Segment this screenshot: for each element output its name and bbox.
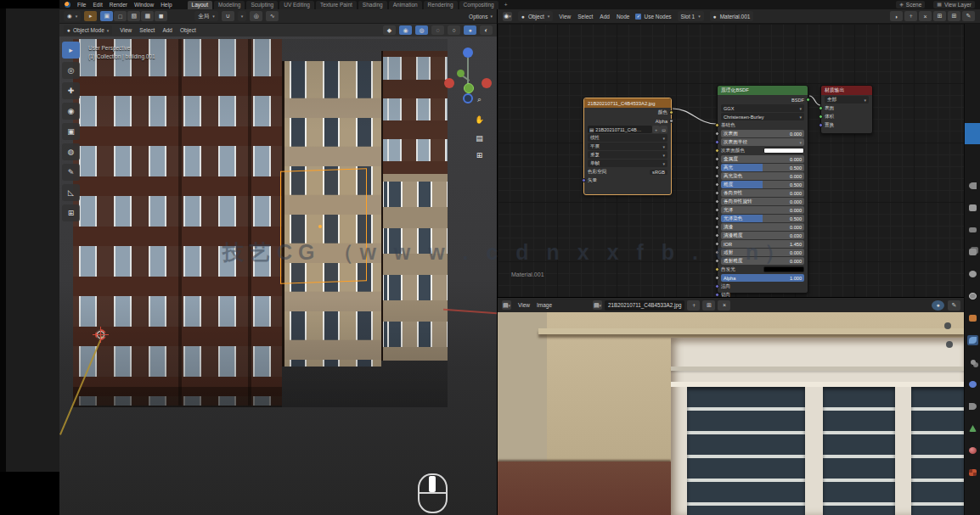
gizmo-y-minus[interactable]: [464, 83, 474, 93]
volume-input-socket[interactable]: [819, 115, 823, 119]
tab-object[interactable]: [967, 313, 978, 323]
mode-button-3[interactable]: ▧: [127, 11, 140, 21]
image-name-field[interactable]: ▤21B20210711_C4B…: [588, 126, 652, 133]
shader-type-dropdown[interactable]: ●Object▾: [518, 11, 553, 21]
grid-view-button[interactable]: ⊞: [933, 11, 946, 21]
gizmo-y-plus[interactable]: [457, 70, 465, 77]
viewport-menu-view[interactable]: View: [120, 27, 132, 33]
tab-object-data[interactable]: [967, 423, 978, 434]
shading-wireframe-button[interactable]: ◌: [431, 25, 444, 35]
active-tool-button[interactable]: ▸: [84, 11, 97, 21]
editor-type-button[interactable]: ◉▾: [64, 11, 81, 21]
bsdf-row-alpha[interactable]: Alpha1.000: [721, 274, 804, 282]
xray-toggle-button[interactable]: ◍: [415, 25, 428, 35]
image-open-button[interactable]: ▭: [660, 126, 667, 133]
browse-image-icon[interactable]: ▤▾: [593, 300, 602, 310]
tool-add-cube[interactable]: ⊞: [62, 204, 80, 221]
tool-scale[interactable]: ▣: [62, 123, 80, 140]
mode-button-1[interactable]: ▣: [100, 11, 113, 21]
bsdf-row-base-color[interactable]: 基础色: [721, 121, 804, 129]
tab-physics[interactable]: [967, 379, 978, 389]
image-new-button[interactable]: ＋: [652, 126, 660, 133]
bsdf-node-header[interactable]: 原理化BSDF: [718, 86, 808, 95]
tab-world[interactable]: [967, 291, 978, 301]
mode-dropdown[interactable]: ●Object Mode▾: [64, 25, 112, 35]
viewport-menu-object[interactable]: Object: [180, 27, 196, 33]
image-texture-node[interactable]: 21B20210711_C4B4533A2.jpg 颜色 Alpha ▤21B2…: [583, 98, 672, 195]
image-editor-type-icon[interactable]: ▤▾: [502, 300, 511, 310]
tab-view-layer[interactable]: [967, 247, 978, 257]
grid-view-button-2[interactable]: ⊞: [948, 11, 960, 21]
bsdf-row-sheen[interactable]: 光泽0.000: [721, 206, 804, 214]
tab-uv-editing[interactable]: UV Editing: [279, 1, 314, 9]
bsdf-row-roughness[interactable]: 糙度0.500: [721, 181, 804, 188]
tab-animation[interactable]: Animation: [389, 1, 422, 9]
colorspace-row[interactable]: 色彩空间sRGB: [588, 168, 667, 176]
bsdf-row-specular[interactable]: 高光0.500: [721, 164, 804, 171]
view-layer-selector[interactable]: ▦View Layer: [933, 1, 975, 8]
blender-logo-icon[interactable]: [65, 2, 70, 8]
overlays-toggle-button[interactable]: ◉: [399, 25, 412, 35]
bsdf-row-sheen-tint[interactable]: 光泽染色0.500: [721, 215, 804, 222]
add-workspace-button[interactable]: +: [500, 1, 512, 9]
tab-layout[interactable]: Layout: [188, 1, 213, 9]
use-nodes-checkbox[interactable]: ✓: [635, 14, 641, 20]
bsdf-row-subsurface-color[interactable]: 次表面颜色: [721, 147, 804, 154]
output-target-dropdown[interactable]: 全部▾: [825, 96, 869, 104]
tool-annotate[interactable]: ✎: [62, 164, 80, 181]
scene-selector[interactable]: ◈Scene: [896, 1, 925, 8]
ortho-grid-icon[interactable]: ⊞: [473, 148, 486, 161]
new-material-button[interactable]: ＋: [904, 11, 917, 21]
tab-sculpting[interactable]: Sculpting: [246, 1, 278, 9]
menu-render[interactable]: Render: [110, 2, 127, 8]
bsdf-row-subsurface[interactable]: 次表面0.000: [721, 130, 804, 137]
material-output-node[interactable]: 材质输出 全部▾ 表面 体积 置换: [820, 85, 873, 134]
gizmo-x-plus[interactable]: [482, 78, 492, 88]
fake-user-button[interactable]: ◗: [890, 11, 903, 21]
image-menu-image[interactable]: Image: [537, 302, 552, 308]
bsdf-row-anisotropic-rotation[interactable]: 各向异性旋转0.000: [721, 198, 804, 205]
gizmo-z-minus[interactable]: [463, 93, 473, 104]
displacement-input-socket[interactable]: [819, 123, 823, 127]
tab-output[interactable]: [967, 225, 978, 235]
unlink-material-button[interactable]: ×: [919, 11, 932, 21]
bsdf-row-specular-tint[interactable]: 高光染色0.000: [721, 172, 804, 180]
tool-rotate[interactable]: ◉: [62, 103, 80, 120]
tab-scene[interactable]: [967, 269, 978, 279]
source-dropdown[interactable]: 单帧▾: [588, 160, 667, 167]
shader-menu-select[interactable]: Select: [577, 14, 593, 20]
distribution-dropdown[interactable]: GGX▾: [721, 104, 804, 112]
tab-modeling[interactable]: Modeling: [214, 1, 245, 9]
shading-material-button[interactable]: ●: [464, 25, 476, 35]
tab-rendering[interactable]: Rendering: [424, 1, 458, 9]
material-output-header[interactable]: 材质输出: [821, 86, 872, 95]
image-pack-button[interactable]: ⊞: [702, 300, 715, 311]
color-output-socket[interactable]: [669, 110, 673, 115]
tab-texture[interactable]: [967, 467, 978, 478]
tool-transform[interactable]: ◍: [62, 143, 80, 160]
bsdf-row-tangent[interactable]: 切向: [721, 291, 804, 297]
mode-button-4[interactable]: ▦: [141, 11, 154, 21]
image-unlink-button[interactable]: ×: [718, 300, 730, 311]
viewport-menu-select[interactable]: Select: [139, 27, 155, 33]
shading-solid-button[interactable]: ○: [448, 25, 460, 35]
viewport-menu-add[interactable]: Add: [162, 27, 172, 33]
mode-button-2[interactable]: □: [114, 11, 127, 21]
shader-menu-view[interactable]: View: [559, 14, 571, 20]
options-dropdown[interactable]: Options▾: [469, 14, 493, 20]
image-menu-view[interactable]: View: [518, 302, 530, 308]
pan-hand-icon[interactable]: ✋: [473, 113, 486, 126]
menu-window[interactable]: Window: [134, 2, 154, 8]
slot-dropdown[interactable]: Slot 1▾: [678, 11, 704, 21]
surface-input-socket[interactable]: [819, 106, 823, 110]
snap-target-dropdown[interactable]: ▾: [238, 11, 247, 21]
snap-magnet-button[interactable]: ∪: [222, 11, 234, 21]
vector-input-socket[interactable]: [582, 178, 586, 182]
gizmo-toggle-button[interactable]: ◆: [383, 25, 396, 35]
material-selector[interactable]: ●Material.001: [710, 11, 754, 21]
tool-move[interactable]: ✚: [62, 82, 80, 99]
zoom-icon[interactable]: ⌕: [473, 93, 486, 106]
orientation-dropdown[interactable]: 全局▾: [194, 11, 218, 21]
tool-select-box[interactable]: ▸: [62, 42, 80, 59]
menu-file[interactable]: File: [77, 2, 86, 8]
